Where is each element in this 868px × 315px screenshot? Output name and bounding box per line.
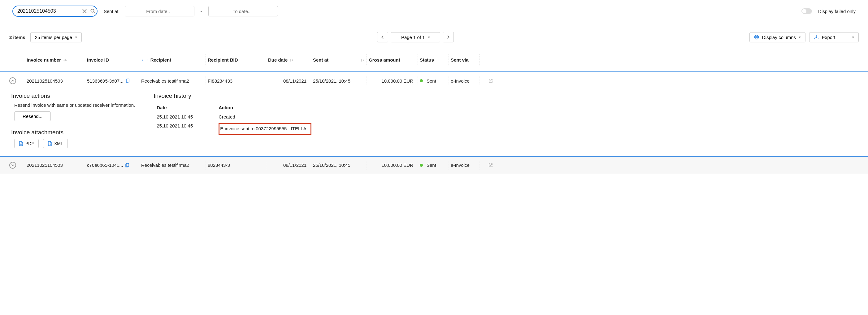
cell-recipient-bid: 8823443-3	[206, 161, 266, 169]
failed-only-toggle[interactable]	[801, 8, 812, 14]
history-action-highlighted: E-invoice sent to 003722995555 - ITELLA	[219, 123, 311, 135]
to-date-input[interactable]	[212, 9, 271, 14]
next-page-button[interactable]	[443, 32, 454, 42]
history-action: Created	[219, 114, 311, 120]
cell-recipient: Receivables testifirma2	[139, 76, 206, 85]
history-row: 25.10.2021 10:45 E-invoice sent to 00372…	[154, 121, 314, 137]
table-row: 20211025104503 c76e6b65-1041... Receivab…	[0, 156, 868, 174]
page-dropdown[interactable]: Page 1 of 1 ▾	[391, 32, 440, 42]
file-pdf-icon	[19, 141, 23, 146]
col-sent-via[interactable]: Sent via	[449, 54, 480, 66]
search-icon	[90, 9, 95, 13]
cell-gross-amount: 10,000.00 EUR	[367, 161, 418, 169]
copy-icon[interactable]	[125, 163, 129, 167]
sort-icon	[360, 58, 365, 62]
status-dot-icon	[420, 164, 423, 167]
to-date-field[interactable]	[208, 6, 278, 17]
status-dot-icon	[420, 79, 423, 82]
col-status[interactable]: Status	[418, 54, 449, 66]
sort-icon	[289, 58, 294, 62]
page-label: Page 1 of 1	[401, 35, 425, 40]
col-recipient-bid[interactable]: Recipient BID	[206, 54, 266, 66]
download-icon	[814, 35, 819, 40]
invoice-attachments-title: Invoice attachments	[11, 129, 135, 136]
cell-invoice-id: 51363695-3d07...	[85, 76, 139, 85]
cell-due-date: 08/11/2021	[266, 161, 311, 169]
cell-invoice-number: 20211025104503	[25, 76, 85, 85]
export-button[interactable]: Export ▾	[809, 32, 859, 42]
table-row: 20211025104503 51363695-3d07... Receivab…	[0, 72, 868, 89]
failed-only-label: Display failed only	[818, 9, 856, 14]
cell-recipient: Receivables testifirma2	[139, 161, 206, 169]
clear-search-button[interactable]	[82, 8, 87, 14]
row-detail: Invoice actions Resend invoice with same…	[0, 89, 868, 156]
pdf-attachment-button[interactable]: PDF	[14, 139, 39, 148]
col-gross-amount[interactable]: Gross amount	[367, 54, 418, 66]
history-date-header: Date	[157, 105, 219, 110]
columns-icon	[754, 35, 759, 40]
invoice-actions-title: Invoice actions	[11, 93, 135, 99]
chevron-down-icon: ▾	[428, 35, 430, 39]
cell-invoice-number: 20211025104503	[25, 161, 85, 169]
from-date-input[interactable]	[129, 9, 188, 14]
external-link-icon[interactable]	[489, 78, 493, 83]
col-due-date[interactable]: Due date	[266, 54, 311, 66]
svg-rect-16	[127, 79, 129, 82]
prev-page-button[interactable]	[377, 32, 388, 42]
cell-sent-via: e-Invoice	[449, 76, 480, 85]
cell-sent-at: 25/10/2021, 10:45	[311, 161, 367, 169]
svg-rect-17	[126, 163, 129, 166]
item-count: 2 items	[9, 35, 25, 40]
chevron-left-icon	[381, 35, 384, 39]
display-columns-button[interactable]: Display columns ▾	[749, 32, 805, 42]
sort-icon	[63, 58, 67, 62]
date-range-dash: -	[200, 9, 202, 14]
close-icon	[82, 9, 87, 13]
history-row: 25.10.2021 10:45 Created	[154, 112, 314, 121]
cell-recipient-bid: FI88234433	[206, 76, 266, 85]
col-invoice-number[interactable]: Invoice number	[25, 54, 85, 66]
resend-button[interactable]: Resend...	[14, 112, 51, 121]
cell-sent-via: e-Invoice	[449, 161, 480, 169]
cell-sent-at: 25/10/2021, 10:45	[311, 76, 367, 85]
history-action-header: Action	[219, 105, 311, 110]
search-field-wrap	[12, 6, 97, 17]
external-link-icon[interactable]	[489, 163, 493, 167]
calendar-icon	[190, 8, 190, 14]
display-columns-label: Display columns	[762, 35, 796, 40]
cell-gross-amount: 10,000.00 EUR	[367, 76, 418, 85]
collapse-toggle[interactable]	[9, 77, 16, 84]
calendar-icon	[274, 8, 274, 14]
col-invoice-id[interactable]: Invoice ID	[85, 54, 139, 66]
xml-attachment-button[interactable]: XML	[43, 139, 68, 148]
search-button[interactable]	[90, 8, 96, 14]
invoice-history-title: Invoice history	[154, 93, 314, 99]
invoice-actions-desc: Resend invoice with same or updated rece…	[11, 102, 135, 108]
chevron-up-icon	[11, 80, 14, 82]
cell-due-date: 08/11/2021	[266, 76, 311, 85]
export-label: Export	[822, 35, 835, 40]
history-date: 25.10.2021 10:45	[157, 114, 219, 120]
chevron-down-icon	[11, 164, 14, 166]
chevron-down-icon: ▾	[75, 35, 77, 39]
search-input[interactable]	[17, 8, 79, 14]
svg-point-0	[91, 9, 94, 12]
cell-invoice-id: c76e6b65-1041...	[85, 161, 139, 169]
table-header: Invoice number Invoice ID ← → Recipient …	[0, 48, 868, 72]
per-page-dropdown[interactable]: 25 items per page ▾	[30, 32, 82, 42]
copy-icon[interactable]	[125, 78, 130, 83]
chevron-right-icon	[447, 35, 450, 39]
cell-status: Sent	[418, 76, 449, 85]
col-recipient[interactable]: ← → Recipient	[139, 54, 206, 66]
expand-toggle[interactable]	[9, 162, 16, 169]
file-xml-icon	[48, 141, 52, 146]
chevron-down-icon: ▾	[852, 35, 854, 39]
col-sent-at[interactable]: Sent at	[311, 54, 367, 66]
history-date: 25.10.2021 10:45	[157, 123, 219, 135]
sent-at-label: Sent at	[104, 9, 119, 14]
cell-status: Sent	[418, 161, 449, 169]
swap-icon: ← →	[141, 58, 149, 62]
per-page-label: 25 items per page	[35, 35, 72, 40]
from-date-field[interactable]	[125, 6, 194, 17]
chevron-down-icon: ▾	[799, 35, 801, 39]
